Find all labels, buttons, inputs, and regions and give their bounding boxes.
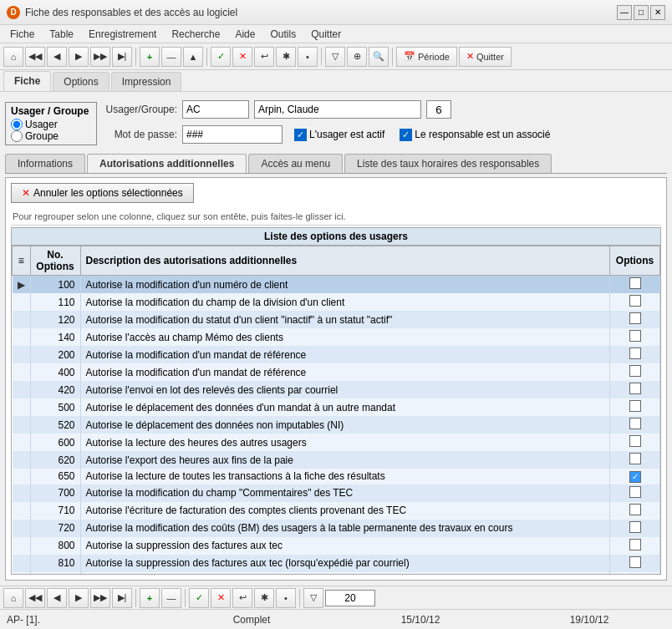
cell-check[interactable] bbox=[610, 363, 660, 381]
maximize-button[interactable]: □ bbox=[634, 5, 649, 20]
tab-acces-menu[interactable]: Accès au menu bbox=[248, 154, 343, 173]
bt-add[interactable]: + bbox=[140, 588, 160, 608]
th-opt[interactable]: Options bbox=[610, 246, 660, 276]
cell-check[interactable] bbox=[610, 572, 660, 576]
checkbox-unchecked[interactable] bbox=[629, 277, 641, 289]
bt-end[interactable]: ▶| bbox=[112, 588, 132, 608]
cell-check[interactable] bbox=[610, 451, 660, 469]
cell-check[interactable] bbox=[610, 416, 660, 434]
checkbox-unchecked[interactable] bbox=[629, 330, 641, 342]
menu-enregistrement[interactable]: Enregistrement bbox=[82, 27, 163, 42]
tb-filter[interactable]: ▽ bbox=[325, 47, 345, 67]
tb-star[interactable]: ✱ bbox=[276, 47, 296, 67]
bt-filter[interactable]: ▽ bbox=[303, 588, 323, 608]
bt-home[interactable]: ⌂ bbox=[3, 588, 23, 608]
menu-outils[interactable]: Outils bbox=[263, 27, 303, 42]
bt-dot[interactable]: • bbox=[276, 588, 296, 608]
tb-back[interactable]: ◀ bbox=[47, 47, 67, 67]
checkbox-unchecked[interactable] bbox=[629, 383, 641, 394]
tb-x[interactable]: ✕ bbox=[232, 47, 252, 67]
checkbox-unchecked[interactable] bbox=[629, 312, 641, 324]
bt-fwd[interactable]: ▶ bbox=[69, 588, 89, 608]
checkbox-unchecked[interactable] bbox=[629, 435, 641, 447]
cell-check[interactable] bbox=[610, 502, 660, 520]
checkbox-unchecked[interactable] bbox=[629, 418, 641, 429]
checkbox-unchecked[interactable] bbox=[629, 539, 641, 550]
tb-add[interactable]: + bbox=[140, 47, 160, 67]
menu-quitter[interactable]: Quitter bbox=[304, 27, 348, 42]
tb-fwd[interactable]: ▶ bbox=[69, 47, 89, 67]
radio-usager[interactable] bbox=[11, 119, 23, 130]
cell-check[interactable] bbox=[610, 537, 660, 555]
checkbox-unchecked[interactable] bbox=[629, 521, 641, 533]
tb-check[interactable]: ✓ bbox=[211, 47, 231, 67]
tab-options[interactable]: Options bbox=[53, 72, 109, 91]
cell-check[interactable] bbox=[610, 346, 660, 363]
cell-check[interactable] bbox=[610, 381, 660, 398]
tab-autorisations[interactable]: Autorisations additionnelles bbox=[87, 154, 247, 173]
bt-fwd-fast[interactable]: ▶▶ bbox=[90, 588, 110, 608]
cell-check[interactable] bbox=[610, 328, 660, 346]
tb-home[interactable]: ⌂ bbox=[3, 47, 23, 67]
fullname-input[interactable] bbox=[254, 100, 421, 119]
associe-label[interactable]: ✓ Le responsable est un associé bbox=[400, 129, 550, 141]
quitter-button[interactable]: ✕ Quitter bbox=[459, 47, 512, 67]
menu-fiche[interactable]: Fiche bbox=[3, 27, 41, 42]
checkbox-unchecked[interactable] bbox=[629, 453, 641, 464]
tb-up[interactable]: ▲ bbox=[183, 47, 203, 67]
checkbox-unchecked[interactable] bbox=[629, 347, 641, 359]
bt-undo[interactable]: ↩ bbox=[232, 588, 252, 608]
tab-informations[interactable]: Informations bbox=[5, 154, 85, 173]
tab-impression[interactable]: Impression bbox=[111, 72, 182, 91]
actif-label[interactable]: ✓ L'usager est actif bbox=[294, 129, 384, 141]
th-no[interactable]: No. Options bbox=[30, 246, 80, 276]
tb-filter-cross[interactable]: ⊕ bbox=[347, 47, 367, 67]
tb-undo[interactable]: ↩ bbox=[254, 47, 274, 67]
tb-end[interactable]: ▶| bbox=[112, 47, 132, 67]
cell-check[interactable] bbox=[610, 434, 660, 451]
checkbox-unchecked[interactable] bbox=[629, 295, 641, 307]
bt-back-fast[interactable]: ◀◀ bbox=[25, 588, 45, 608]
bt-remove[interactable]: — bbox=[161, 588, 181, 608]
cell-check[interactable] bbox=[610, 398, 660, 416]
checkbox-unchecked[interactable] bbox=[629, 574, 641, 576]
radio-usager-label[interactable]: Usager bbox=[11, 119, 91, 130]
password-input[interactable] bbox=[182, 125, 283, 144]
cell-check[interactable] bbox=[610, 311, 660, 328]
tab-fiche[interactable]: Fiche bbox=[3, 71, 51, 91]
menu-recherche[interactable]: Recherche bbox=[165, 27, 227, 42]
radio-groupe[interactable] bbox=[11, 130, 23, 142]
cell-check[interactable] bbox=[610, 520, 660, 537]
tb-dot[interactable]: • bbox=[298, 47, 318, 67]
th-desc[interactable]: Description des autorisations additionne… bbox=[80, 246, 610, 276]
checkbox-unchecked[interactable] bbox=[629, 486, 641, 498]
cell-check[interactable] bbox=[610, 276, 660, 294]
checkbox-unchecked[interactable] bbox=[629, 556, 641, 568]
periode-button[interactable]: 📅 Période bbox=[396, 47, 457, 67]
tb-remove[interactable]: — bbox=[161, 47, 181, 67]
checkbox-checked[interactable]: ✓ bbox=[629, 471, 641, 483]
tab-taux-horaires[interactable]: Liste des taux horaires des responsables bbox=[344, 154, 552, 173]
close-button[interactable]: ✕ bbox=[650, 5, 665, 20]
usager-input[interactable] bbox=[182, 100, 249, 119]
annuler-button[interactable]: ✕ Annuler les options sélectionnées bbox=[11, 183, 194, 203]
cell-check[interactable] bbox=[610, 555, 660, 572]
bt-star[interactable]: ✱ bbox=[254, 588, 274, 608]
bt-back[interactable]: ◀ bbox=[47, 588, 67, 608]
menu-aide[interactable]: Aide bbox=[228, 27, 262, 42]
userid-input[interactable] bbox=[426, 100, 451, 119]
checkbox-unchecked[interactable] bbox=[629, 400, 641, 412]
cell-check[interactable]: ✓ bbox=[610, 469, 660, 484]
tb-search[interactable]: 🔍 bbox=[369, 47, 389, 67]
minimize-button[interactable]: — bbox=[617, 5, 632, 20]
menu-table[interactable]: Table bbox=[43, 27, 80, 42]
radio-groupe-label[interactable]: Groupe bbox=[11, 130, 91, 142]
cell-check[interactable] bbox=[610, 293, 660, 311]
cell-check[interactable] bbox=[610, 484, 660, 502]
checkbox-unchecked[interactable] bbox=[629, 365, 641, 377]
tb-back-fast[interactable]: ◀◀ bbox=[25, 47, 45, 67]
bt-x[interactable]: ✕ bbox=[211, 588, 231, 608]
checkbox-unchecked[interactable] bbox=[629, 504, 641, 515]
tb-fwd-fast[interactable]: ▶▶ bbox=[90, 47, 110, 67]
bt-check[interactable]: ✓ bbox=[189, 588, 209, 608]
